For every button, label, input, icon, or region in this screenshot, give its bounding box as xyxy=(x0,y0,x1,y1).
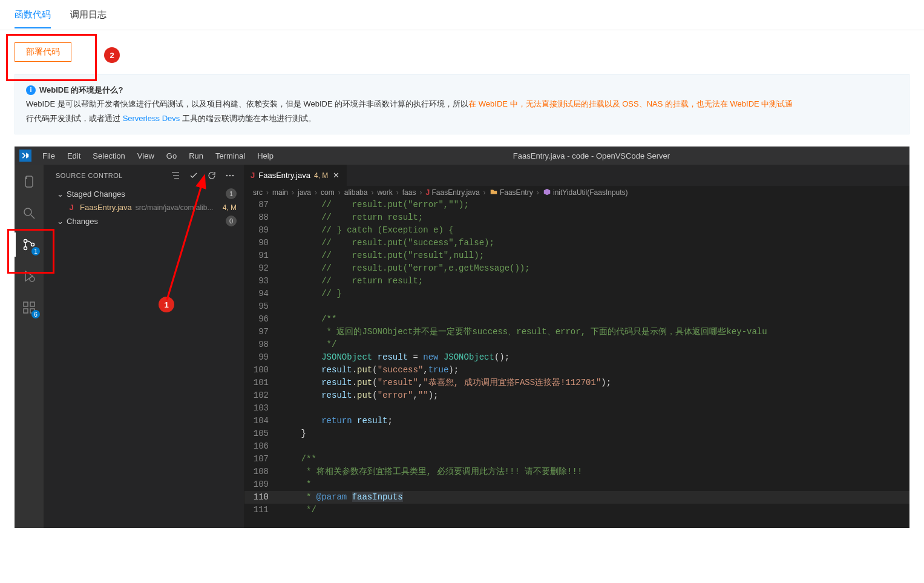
code-line[interactable]: 88 // return result; xyxy=(244,211,909,224)
tab-invoke-logs[interactable]: 调用日志 xyxy=(70,2,106,28)
menu-go[interactable]: Go xyxy=(162,149,182,163)
code-line[interactable]: 104 return result; xyxy=(244,415,909,427)
line-number: 99 xyxy=(244,351,281,364)
menu-edit[interactable]: Edit xyxy=(62,149,85,163)
code-content: return result; xyxy=(281,415,393,427)
svg-point-15 xyxy=(229,174,231,176)
svg-point-6 xyxy=(30,277,34,282)
code-line[interactable]: 100 result.put("success",true); xyxy=(244,364,909,377)
code-line[interactable]: 91 // result.put("result",null); xyxy=(244,249,909,262)
breadcrumb-sep: › xyxy=(418,188,423,197)
code-line[interactable]: 98 */ xyxy=(244,338,909,351)
code-line[interactable]: 96 /** xyxy=(244,313,909,326)
code-line[interactable]: 106 xyxy=(244,440,909,453)
breadcrumb-item[interactable]: com xyxy=(321,188,335,197)
info-title: i WebIDE 的环境是什么? xyxy=(26,83,898,97)
menu-help[interactable]: Help xyxy=(252,149,278,163)
breadcrumb-item[interactable]: src xyxy=(253,188,263,197)
close-icon[interactable]: ✕ xyxy=(332,171,341,180)
code-content: result.put("error",""); xyxy=(281,389,439,402)
code-content: result.put("success",true); xyxy=(281,364,459,377)
code-line[interactable]: 94 // } xyxy=(244,288,909,300)
refresh-icon[interactable] xyxy=(205,169,218,182)
view-as-tree-icon[interactable] xyxy=(169,169,182,182)
menu-selection[interactable]: Selection xyxy=(88,149,129,163)
editor-tab-faasentry[interactable]: J FaasEntry.java 4, M ✕ xyxy=(244,165,347,186)
breadcrumb-item[interactable]: initYidaUtil(FaasInputs) xyxy=(543,188,628,197)
activity-extensions[interactable]: 6 xyxy=(15,295,44,320)
code-line[interactable]: 95 xyxy=(244,300,909,313)
menu-run[interactable]: Run xyxy=(184,149,208,163)
code-line[interactable]: 109 * xyxy=(244,478,909,491)
changes-count: 0 xyxy=(226,216,237,226)
editor-tab-status: 4, M xyxy=(314,171,328,180)
deploy-code-button[interactable]: 部署代码 xyxy=(15,42,71,62)
breadcrumb-sep: › xyxy=(313,188,318,197)
breadcrumb-item[interactable]: faas xyxy=(402,188,416,197)
code-line[interactable]: 111 */ xyxy=(244,504,909,516)
code-content: // return result; xyxy=(281,211,423,224)
code-line[interactable]: 105 } xyxy=(244,427,909,440)
staged-file-row[interactable]: J FaasEntry.java src/main/java/com/alib.… xyxy=(44,202,244,213)
tab-function-code[interactable]: 函数代码 xyxy=(15,2,51,28)
svg-point-5 xyxy=(31,243,34,246)
activity-run-debug[interactable] xyxy=(15,264,44,288)
breadcrumb-item[interactable]: J FaasEntry.java xyxy=(425,188,479,197)
breadcrumb-item[interactable]: work xyxy=(377,188,392,197)
more-actions-icon[interactable] xyxy=(223,169,237,182)
breadcrumb-item[interactable]: main xyxy=(272,188,288,197)
info-text-warn: 在 WebIDE 中，无法直接测试层的挂载以及 OSS、NAS 的挂载，也无法在… xyxy=(468,99,793,108)
code-content: // result.put("error",e.getMessage()); xyxy=(281,262,530,275)
info-box: i WebIDE 的环境是什么? WebIDE 是可以帮助开发者快速进行代码测试… xyxy=(15,74,909,134)
line-number: 103 xyxy=(244,402,281,415)
breadcrumb-item[interactable]: FaasEntry xyxy=(490,188,533,197)
breadcrumb-item[interactable]: alibaba xyxy=(344,188,368,197)
menu-file[interactable]: File xyxy=(38,149,60,163)
code-line[interactable]: 90 // result.put("success",false); xyxy=(244,237,909,249)
menu-view[interactable]: View xyxy=(133,149,159,163)
code-line[interactable]: 99 JSONObject result = new JSONObject(); xyxy=(244,351,909,364)
code-line[interactable]: 103 xyxy=(244,402,909,415)
code-line[interactable]: 101 result.put("result","恭喜您, 成功调用宜搭FASS… xyxy=(244,377,909,389)
code-content: * xyxy=(281,478,311,491)
ide-window: FileEditSelectionViewGoRunTerminalHelp F… xyxy=(15,147,909,528)
code-content: // } catch (Exception e) { xyxy=(281,224,454,237)
code-line[interactable]: 89 // } catch (Exception e) { xyxy=(244,224,909,237)
sidebar-title: SOURCE CONTROL xyxy=(56,172,123,179)
code-line[interactable]: 87 // result.put("error",""); xyxy=(244,199,909,211)
code-line[interactable]: 97 * 返回的JSONObject并不是一定要带success、result、… xyxy=(244,326,909,338)
activity-explorer[interactable] xyxy=(15,170,44,194)
commit-check-icon[interactable] xyxy=(187,169,200,182)
code-content: // result.put("error",""); xyxy=(281,199,469,211)
code-area[interactable]: 87 // result.put("error","");88 // retur… xyxy=(244,199,909,528)
activity-search[interactable] xyxy=(15,201,44,225)
code-content: * 将相关参数存到宜搭工具类里, 必须要调用此方法!!! 请不要删除!!! xyxy=(281,466,582,478)
staged-changes-section[interactable]: ⌄ Staged Changes 1 xyxy=(44,186,244,202)
breadcrumb-sep: › xyxy=(265,188,270,197)
activity-source-control[interactable]: 1 xyxy=(15,232,44,257)
breadcrumb-item[interactable]: java xyxy=(298,188,311,197)
code-line[interactable]: 107 /** xyxy=(244,453,909,466)
line-number: 102 xyxy=(244,389,281,402)
sidebar-source-control: SOURCE CONTROL ⌄ Staged Changes 1 J Faas… xyxy=(44,165,244,528)
info-text-pre: WebIDE 是可以帮助开发者快速进行代码测试，以及项目构建、依赖安装，但是 W… xyxy=(26,99,468,108)
info-link-serverless-devs[interactable]: Serverless Devs xyxy=(123,114,180,123)
editor-tab-label: FaasEntry.java xyxy=(258,171,310,180)
breadcrumbs[interactable]: src›main›java›com›alibaba›work›faas›J Fa… xyxy=(244,186,909,199)
code-line[interactable]: 102 result.put("error",""); xyxy=(244,389,909,402)
staged-file-path: src/main/java/com/alib... xyxy=(136,203,219,212)
line-number: 90 xyxy=(244,237,281,249)
line-number: 92 xyxy=(244,262,281,275)
menu-terminal[interactable]: Terminal xyxy=(211,149,250,163)
line-number: 91 xyxy=(244,249,281,262)
code-line[interactable]: 108 * 将相关参数存到宜搭工具类里, 必须要调用此方法!!! 请不要删除!!… xyxy=(244,466,909,478)
sidebar-header: SOURCE CONTROL xyxy=(44,165,244,186)
code-content: // return result; xyxy=(281,275,423,288)
code-line[interactable]: 93 // return result; xyxy=(244,275,909,288)
changes-section[interactable]: ⌄ Changes 0 xyxy=(44,213,244,229)
code-line[interactable]: 110 * @param faasInputs xyxy=(244,491,909,504)
info-text-line2b: 工具的端云联调功能在本地进行测试。 xyxy=(180,114,316,123)
line-number: 96 xyxy=(244,313,281,326)
code-line[interactable]: 92 // result.put("error",e.getMessage())… xyxy=(244,262,909,275)
editor: J FaasEntry.java 4, M ✕ src›main›java›co… xyxy=(244,165,909,528)
